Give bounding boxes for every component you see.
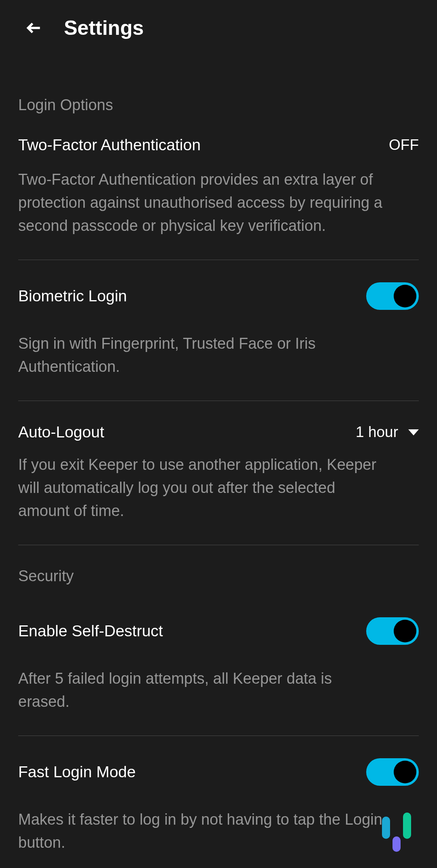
toggle-knob — [394, 761, 416, 783]
bar-icon-part — [392, 836, 401, 852]
settings-content: Login Options Two-Factor Authentication … — [0, 56, 437, 868]
setting-title: Fast Login Mode — [18, 763, 136, 781]
setting-status-off: OFF — [389, 136, 419, 154]
setting-title: Auto-Logout — [18, 423, 104, 441]
assistant-fab-icon[interactable] — [378, 807, 415, 844]
setting-description: Sign in with Fingerprint, Trusted Face o… — [18, 332, 382, 378]
setting-auto-logout[interactable]: Auto-Logout 1 hour If you exit Keeper to… — [18, 423, 419, 545]
chevron-down-icon — [408, 429, 419, 435]
toggle-self-destruct[interactable] — [366, 617, 419, 645]
setting-two-factor[interactable]: Two-Factor Authentication OFF Two-Factor… — [18, 136, 419, 260]
setting-description: Two-Factor Authentication provides an ex… — [18, 168, 382, 237]
bar-icon-part — [403, 813, 411, 839]
page-title: Settings — [64, 16, 144, 40]
setting-description: If you exit Keeper to use another applic… — [18, 453, 382, 523]
section-header-security: Security — [18, 567, 419, 585]
dropdown-value-text: 1 hour — [356, 424, 398, 441]
setting-title: Two-Factor Authentication — [18, 136, 201, 154]
setting-description: After 5 failed login attempts, all Keepe… — [18, 667, 382, 713]
setting-self-destruct[interactable]: Enable Self-Destruct After 5 failed logi… — [18, 617, 419, 736]
toggle-fast-login[interactable] — [366, 758, 419, 786]
auto-logout-dropdown[interactable]: 1 hour — [356, 424, 419, 441]
setting-description: Makes it faster to log in by not having … — [18, 808, 382, 854]
setting-title: Enable Self-Destruct — [18, 622, 163, 640]
setting-fast-login[interactable]: Fast Login Mode Makes it faster to log i… — [18, 758, 419, 868]
bar-icon-part — [382, 817, 390, 839]
header-bar: Settings — [0, 0, 437, 56]
setting-biometric-login[interactable]: Biometric Login Sign in with Fingerprint… — [18, 282, 419, 401]
back-arrow-icon[interactable] — [24, 18, 44, 38]
toggle-biometric[interactable] — [366, 282, 419, 310]
setting-title: Biometric Login — [18, 287, 127, 305]
toggle-knob — [394, 620, 416, 642]
section-header-login-options: Login Options — [18, 96, 419, 114]
toggle-knob — [394, 285, 416, 307]
